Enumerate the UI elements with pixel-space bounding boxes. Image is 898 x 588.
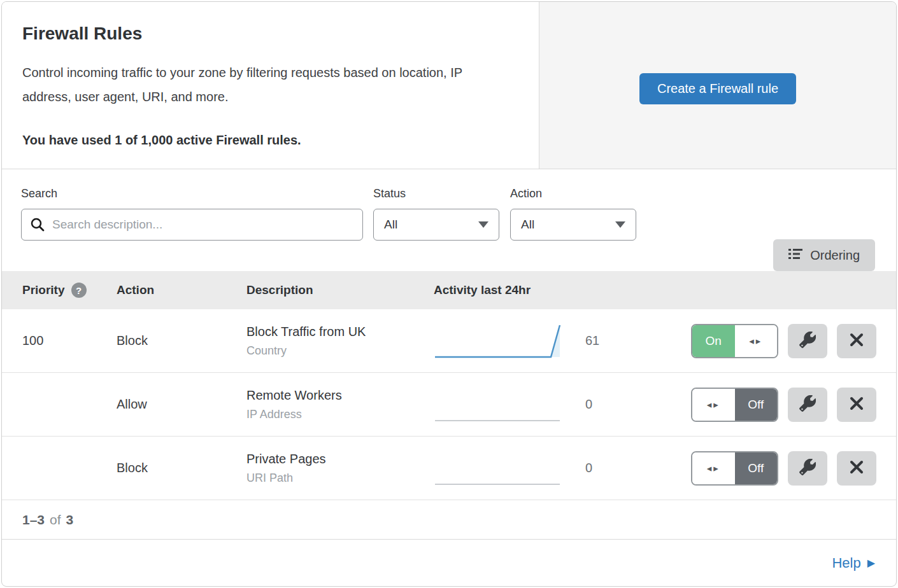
action-value: Block: [117, 333, 246, 348]
search-label: Search: [21, 187, 363, 200]
pagination-bar: 1–3 of 3: [2, 500, 896, 540]
toggle-arrows-icon: ◂▸: [735, 325, 778, 357]
edit-rule-button[interactable]: [788, 451, 827, 486]
table-row: 100 Block Block Traffic from UK Country …: [2, 309, 896, 373]
x-icon: [849, 396, 864, 413]
help-link-label: Help: [832, 555, 860, 571]
pagination-total: 3: [66, 512, 74, 528]
status-filter-group: Status All: [373, 187, 499, 271]
activity-count: 0: [585, 397, 592, 412]
search-input[interactable]: [21, 209, 363, 241]
table-header-row: Priority ? Action Description Activity l…: [2, 271, 896, 309]
list-ordering-icon: [788, 248, 802, 263]
action-label: Action: [510, 187, 636, 200]
chevron-down-icon: [615, 221, 625, 228]
x-icon: [849, 459, 864, 477]
firewall-rules-panel: Firewall Rules Control incoming traffic …: [1, 1, 897, 587]
column-header-activity: Activity last 24hr: [434, 283, 896, 297]
status-selected-value: All: [384, 218, 397, 232]
filter-bar: Search Status All Action All: [2, 169, 896, 271]
help-arrow-icon: ▶: [867, 557, 875, 569]
edit-rule-button[interactable]: [788, 324, 827, 358]
rule-description: Block Traffic from UK: [246, 325, 434, 339]
activity-count: 61: [585, 333, 599, 348]
delete-rule-button[interactable]: [837, 451, 876, 486]
toggle-on-label: On: [692, 325, 735, 357]
ordering-button-label: Ordering: [810, 248, 860, 263]
toggle-off-label: Off: [735, 389, 778, 421]
rule-enabled-toggle[interactable]: ◂▸ Off: [691, 451, 778, 486]
priority-value: 100: [2, 333, 117, 348]
column-header-action: Action: [117, 283, 246, 297]
action-value: Block: [117, 461, 246, 475]
toggle-arrows-icon: ◂▸: [692, 389, 735, 421]
priority-help-icon[interactable]: ?: [71, 283, 87, 298]
wrench-icon: [799, 332, 816, 350]
action-selected-value: All: [521, 218, 534, 232]
create-firewall-rule-button[interactable]: Create a Firewall rule: [639, 73, 796, 104]
toggle-arrows-icon: ◂▸: [692, 452, 735, 484]
delete-rule-button[interactable]: [837, 324, 876, 358]
page-description: Control incoming traffic to your zone by…: [22, 60, 503, 109]
toggle-off-label: Off: [735, 452, 778, 484]
table-row: Allow Remote Workers IP Address 0 ◂▸ Off: [2, 373, 896, 437]
activity-sparkline: [434, 448, 561, 489]
rule-match-type: IP Address: [246, 408, 434, 421]
pagination-range: 1–3: [22, 512, 45, 528]
rule-description: Private Pages: [246, 452, 434, 466]
rule-description: Remote Workers: [246, 388, 434, 403]
chevron-down-icon: [478, 221, 488, 228]
header-action-panel: Create a Firewall rule: [539, 2, 896, 169]
table-row: Block Private Pages URI Path 0 ◂▸ Off: [2, 437, 896, 500]
footer-bar: Help ▶: [2, 540, 896, 586]
status-label: Status: [373, 187, 499, 200]
activity-count: 0: [585, 461, 592, 475]
pagination-of: of: [50, 512, 61, 528]
search-group: Search: [21, 187, 363, 271]
rule-enabled-toggle[interactable]: ◂▸ Off: [691, 388, 778, 422]
delete-rule-button[interactable]: [837, 388, 876, 422]
help-link[interactable]: Help ▶: [832, 555, 875, 571]
header-text-block: Firewall Rules Control incoming traffic …: [2, 2, 539, 169]
ordering-button[interactable]: Ordering: [773, 239, 875, 271]
edit-rule-button[interactable]: [788, 388, 827, 422]
page-title: Firewall Rules: [22, 24, 503, 44]
status-select[interactable]: All: [373, 209, 499, 241]
x-icon: [849, 332, 864, 349]
wrench-icon: [799, 459, 816, 477]
rule-match-type: URI Path: [246, 472, 434, 485]
usage-note: You have used 1 of 1,000 active Firewall…: [22, 133, 503, 148]
column-header-description: Description: [246, 283, 434, 297]
wrench-icon: [799, 395, 816, 414]
activity-sparkline: [434, 384, 561, 425]
rule-enabled-toggle[interactable]: On ◂▸: [691, 324, 778, 358]
action-value: Allow: [117, 397, 246, 412]
action-filter-group: Action All: [510, 187, 636, 271]
column-header-priority: Priority: [22, 283, 65, 297]
rule-match-type: Country: [246, 344, 434, 358]
activity-sparkline: [434, 321, 561, 361]
header-section: Firewall Rules Control incoming traffic …: [2, 2, 896, 169]
action-select[interactable]: All: [510, 209, 636, 241]
search-icon: [30, 217, 45, 235]
